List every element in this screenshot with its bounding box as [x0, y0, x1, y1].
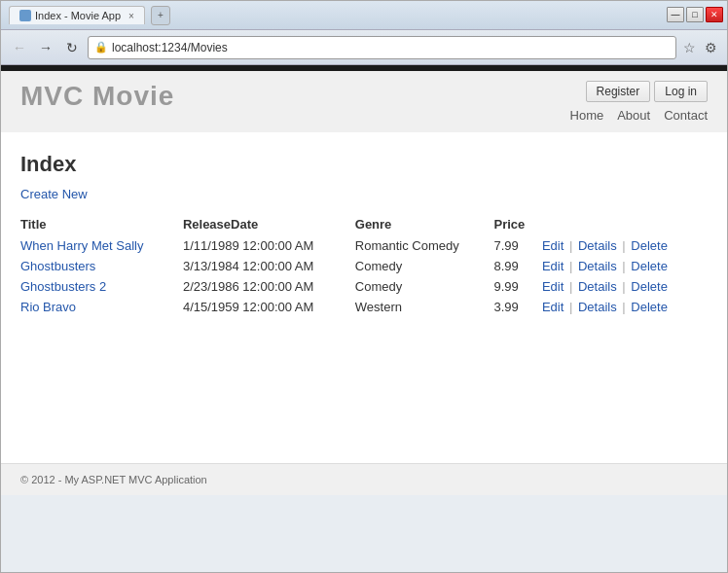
- action-edit-link[interactable]: Edit: [542, 300, 564, 314]
- action-delete-link[interactable]: Delete: [631, 238, 668, 253]
- action-delete-link[interactable]: Delete: [631, 300, 668, 314]
- browser-tab[interactable]: Index - Movie App ×: [9, 6, 145, 24]
- action-separator: |: [565, 300, 576, 314]
- cell-price: 8.99: [493, 256, 541, 276]
- action-delete-link[interactable]: Delete: [631, 259, 668, 273]
- create-new-link[interactable]: Create New: [20, 187, 88, 201]
- cell-price: 7.99: [493, 235, 541, 256]
- cell-releasedate: 1/11/1989 12:00:00 AM: [183, 235, 355, 256]
- cell-title: Ghostbusters 2: [20, 276, 183, 297]
- cell-genre: Comedy: [355, 256, 494, 276]
- app-footer: © 2012 - My ASP.NET MVC Application: [1, 463, 727, 495]
- movie-title-link[interactable]: Ghostbusters: [20, 259, 95, 273]
- back-button[interactable]: ←: [9, 37, 30, 58]
- tab-close-button[interactable]: ×: [128, 11, 134, 21]
- forward-button[interactable]: →: [35, 37, 56, 58]
- cell-genre: Comedy: [355, 276, 494, 297]
- action-details-link[interactable]: Details: [578, 238, 617, 253]
- nav-about[interactable]: About: [617, 108, 650, 123]
- header-right: Register Log in Home About Contact: [570, 81, 708, 123]
- new-tab-button[interactable]: +: [151, 6, 170, 25]
- action-separator: |: [619, 300, 630, 314]
- address-bar[interactable]: [112, 41, 670, 54]
- action-separator: |: [565, 259, 576, 273]
- action-separator: |: [619, 259, 630, 273]
- cell-genre: Western: [355, 297, 494, 317]
- col-price: Price: [493, 213, 541, 235]
- settings-icon[interactable]: ⚙: [703, 38, 719, 57]
- cell-genre: Romantic Comedy: [355, 235, 494, 256]
- refresh-button[interactable]: ↻: [61, 37, 83, 58]
- cell-actions: Edit | Details | Delete: [542, 276, 708, 297]
- table-row: When Harry Met Sally1/11/1989 12:00:00 A…: [20, 235, 708, 256]
- nav-home[interactable]: Home: [570, 108, 604, 123]
- action-separator: |: [619, 238, 630, 253]
- login-button[interactable]: Log in: [654, 81, 708, 102]
- table-row: Rio Bravo4/15/1959 12:00:00 AMWestern3.9…: [20, 297, 708, 317]
- tab-favicon: [19, 10, 31, 21]
- register-button[interactable]: Register: [586, 81, 651, 102]
- main-nav: Home About Contact: [570, 108, 708, 123]
- cell-title: Rio Bravo: [20, 297, 183, 317]
- action-separator: |: [619, 279, 630, 294]
- tab-title: Index - Movie App: [35, 10, 121, 21]
- app-title: MVC Movie: [20, 81, 174, 112]
- cell-title: Ghostbusters: [20, 256, 183, 276]
- bookmark-icon[interactable]: ☆: [681, 38, 698, 57]
- action-details-link[interactable]: Details: [578, 300, 617, 314]
- window-maximize-button[interactable]: □: [686, 7, 704, 22]
- action-details-link[interactable]: Details: [578, 279, 617, 294]
- cell-actions: Edit | Details | Delete: [542, 297, 708, 317]
- action-delete-link[interactable]: Delete: [631, 279, 668, 294]
- cell-price: 9.99: [493, 276, 541, 297]
- table-row: Ghostbusters3/13/1984 12:00:00 AMComedy8…: [20, 256, 708, 276]
- footer-text: © 2012 - My ASP.NET MVC Application: [20, 474, 207, 485]
- col-actions: [542, 213, 708, 235]
- col-genre: Genre: [355, 213, 494, 235]
- action-edit-link[interactable]: Edit: [542, 259, 564, 273]
- cell-releasedate: 3/13/1984 12:00:00 AM: [183, 256, 355, 276]
- action-separator: |: [565, 238, 576, 253]
- cell-releasedate: 4/15/1959 12:00:00 AM: [183, 297, 355, 317]
- action-edit-link[interactable]: Edit: [542, 279, 564, 294]
- movies-table: Title ReleaseDate Genre Price When Harry…: [20, 213, 708, 317]
- movie-title-link[interactable]: Rio Bravo: [20, 300, 76, 314]
- content-area: Index Create New Title ReleaseDate Genre…: [1, 132, 727, 463]
- cell-price: 3.99: [493, 297, 541, 317]
- window-close-button[interactable]: ✕: [706, 7, 723, 22]
- action-separator: |: [565, 279, 576, 294]
- nav-contact[interactable]: Contact: [664, 108, 708, 123]
- cell-actions: Edit | Details | Delete: [542, 256, 708, 276]
- address-bar-container: 🔒: [88, 36, 676, 59]
- movie-title-link[interactable]: When Harry Met Sally: [20, 238, 143, 253]
- cell-title: When Harry Met Sally: [20, 235, 183, 256]
- action-details-link[interactable]: Details: [578, 259, 617, 273]
- auth-buttons: Register Log in: [586, 81, 708, 102]
- page-title: Index: [20, 152, 708, 177]
- col-releasedate: ReleaseDate: [183, 213, 355, 235]
- action-edit-link[interactable]: Edit: [542, 238, 564, 253]
- table-row: Ghostbusters 22/23/1986 12:00:00 AMComed…: [20, 276, 708, 297]
- window-minimize-button[interactable]: —: [667, 7, 684, 22]
- col-title: Title: [20, 213, 183, 235]
- cell-actions: Edit | Details | Delete: [542, 235, 708, 256]
- lock-icon: 🔒: [94, 41, 108, 54]
- app-header: MVC Movie Register Log in Home About Con…: [1, 71, 727, 132]
- movie-title-link[interactable]: Ghostbusters 2: [20, 279, 106, 294]
- cell-releasedate: 2/23/1986 12:00:00 AM: [183, 276, 355, 297]
